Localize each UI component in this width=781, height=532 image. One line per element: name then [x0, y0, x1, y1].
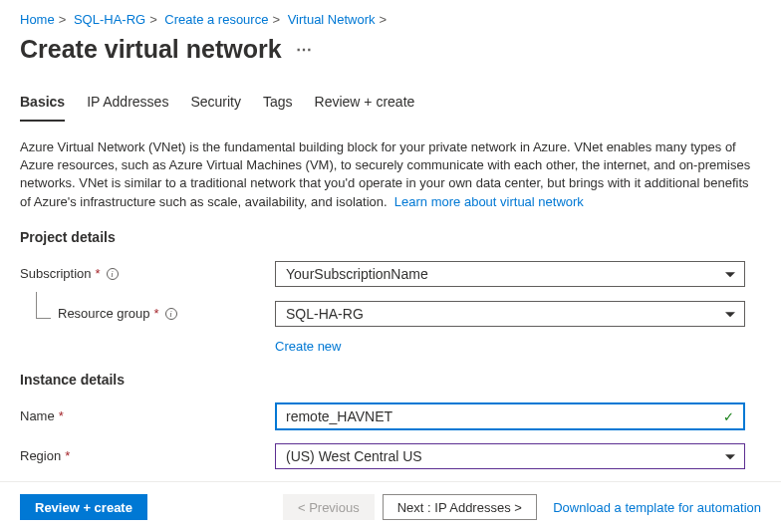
tab-bar: Basics IP Addresses Security Tags Review… [20, 88, 761, 123]
breadcrumb-link-rg[interactable]: SQL-HA-RG [74, 12, 145, 27]
create-new-rg-link[interactable]: Create new [275, 339, 341, 354]
next-button[interactable]: Next : IP Addresses > [383, 494, 537, 520]
name-label: Name* [20, 408, 275, 423]
tab-ip-addresses[interactable]: IP Addresses [87, 88, 168, 122]
section-instance-details: Instance details [20, 372, 761, 388]
info-icon[interactable]: i [165, 308, 177, 320]
breadcrumb-link-vnet[interactable]: Virtual Network [288, 12, 376, 27]
review-create-button[interactable]: Review + create [20, 494, 147, 520]
subscription-select[interactable]: YourSubscriptionName [275, 261, 745, 287]
region-select[interactable]: (US) West Central US [275, 443, 745, 469]
download-template-link[interactable]: Download a template for automation [553, 500, 761, 515]
tab-basics[interactable]: Basics [20, 88, 65, 122]
name-input[interactable]: remote_HAVNET ✓ [275, 402, 745, 430]
breadcrumb-link-home[interactable]: Home [20, 12, 55, 27]
section-project-details: Project details [20, 229, 761, 245]
tab-tags[interactable]: Tags [263, 88, 293, 122]
check-icon: ✓ [723, 408, 734, 423]
page-title: Create virtual network [20, 35, 282, 64]
previous-button: < Previous [283, 494, 375, 520]
region-label: Region* [20, 448, 275, 463]
breadcrumb-link-create-resource[interactable]: Create a resource [164, 12, 268, 27]
subscription-label: Subscription* i [20, 266, 275, 281]
info-icon[interactable]: i [107, 268, 119, 280]
resource-group-select[interactable]: SQL-HA-RG [275, 301, 745, 327]
intro-description: Azure Virtual Network (VNet) is the fund… [20, 138, 761, 211]
tab-security[interactable]: Security [190, 88, 241, 122]
breadcrumb: Home> SQL-HA-RG> Create a resource> Virt… [20, 10, 761, 35]
learn-more-link[interactable]: Learn more about virtual network [394, 194, 584, 209]
resource-group-label: Resource group* i [20, 306, 275, 321]
tab-review-create[interactable]: Review + create [315, 88, 415, 122]
footer-bar: Review + create < Previous Next : IP Add… [0, 481, 781, 532]
more-actions-icon[interactable]: ⋯ [296, 42, 312, 58]
